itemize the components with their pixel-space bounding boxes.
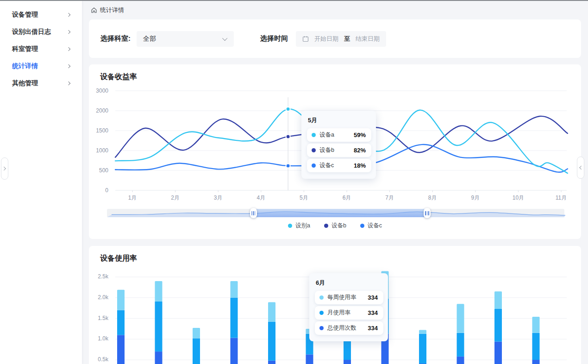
chevron-right-icon: [2, 167, 6, 170]
breadcrumb[interactable]: 统计详情: [82, 1, 588, 19]
tooltip-series-value: 82%: [354, 147, 366, 154]
y-axis-label: 2.0k: [90, 294, 108, 301]
legend-label: 设备c: [368, 222, 382, 230]
datazoom-selected-range[interactable]: [253, 209, 427, 217]
tooltip-row: 设备b82%: [307, 144, 371, 157]
tooltip-series-name: 每周使用率: [327, 294, 357, 301]
tooltip-series-value: 334: [368, 309, 378, 316]
legend-item[interactable]: 设备c: [360, 222, 382, 230]
tooltip-series-value: 59%: [354, 132, 366, 138]
tooltip-row: 设备a59%: [307, 128, 371, 142]
calendar-icon: [302, 36, 309, 42]
usage-tooltip: 6月每周使用率334月使用率334总使用次数334: [309, 273, 388, 341]
chevron-right-icon: [67, 81, 70, 85]
x-axis-label: 11月: [552, 194, 570, 202]
revenue-tooltip: 5月设备a59%设备b82%设备c18%: [301, 111, 376, 179]
x-axis-label: 1月: [123, 194, 142, 202]
chevron-right-icon: [67, 30, 70, 33]
home-icon: [91, 7, 97, 13]
series-dot-icon: [312, 163, 316, 168]
sidebar-item-3[interactable]: 统计详情: [0, 57, 82, 75]
date-range-picker[interactable]: 开始日期 至 结束日期: [296, 31, 386, 47]
y-axis-label: 2000: [90, 107, 108, 114]
tooltip-series-name: 设备c: [319, 162, 334, 169]
chevron-right-icon: [67, 47, 70, 50]
series-dot-icon: [319, 326, 324, 330]
legend-label: 设别a: [295, 222, 310, 230]
tooltip-series-name: 设备b: [319, 146, 334, 154]
breadcrumb-label: 统计详情: [100, 6, 124, 14]
revenue-chart-legend: 设别a设备b设备c: [89, 222, 581, 230]
dept-filter-label: 选择科室:: [100, 34, 131, 43]
tooltip-row: 月使用率334: [315, 306, 383, 320]
chevron-left-icon: [579, 166, 583, 169]
series-dot-icon: [319, 311, 324, 315]
x-axis-label: 7月: [381, 194, 399, 202]
sidebar-item-1[interactable]: 设别出借日志: [0, 23, 82, 40]
sidebar-item-label: 设备管理: [12, 11, 38, 19]
revenue-chart-title: 设备收益率: [100, 72, 137, 82]
x-axis-label: 9月: [466, 194, 485, 202]
datazoom-slider[interactable]: [107, 209, 564, 217]
sidebar-item-label: 其他管理: [12, 79, 38, 88]
y-axis-label: 0: [90, 187, 108, 194]
x-axis-label: 10月: [509, 194, 527, 202]
y-axis-label: 1000: [90, 147, 108, 154]
y-axis-label: 1.5k: [90, 315, 108, 321]
time-filter-label: 选择时间: [260, 34, 288, 43]
legend-item[interactable]: 设别a: [288, 222, 310, 230]
y-axis-label: 500: [90, 167, 108, 174]
tooltip-title: 5月: [308, 116, 371, 125]
tooltip-series-value: 334: [368, 294, 378, 301]
sidebar-item-0[interactable]: 设备管理: [0, 6, 82, 23]
x-axis-label: 4月: [252, 194, 270, 202]
x-axis-label: 6月: [338, 194, 356, 202]
y-axis-label: 1500: [90, 127, 108, 134]
usage-chart-title: 设备使用率: [100, 254, 137, 264]
datazoom-left-handle[interactable]: [250, 208, 257, 218]
x-axis-label: 8月: [423, 194, 442, 202]
legend-dot-icon: [360, 224, 364, 228]
y-axis-label: 1.0k: [90, 335, 108, 342]
tooltip-series-name: 月使用率: [327, 309, 350, 317]
x-axis-label: 5月: [294, 194, 313, 202]
sidebar-item-2[interactable]: 科室管理: [0, 40, 82, 57]
y-axis-label: 2.5k: [90, 273, 108, 280]
chevron-down-icon: [222, 35, 227, 40]
window-top-edge: [0, 0, 588, 1]
series-dot-icon: [312, 148, 316, 152]
tooltip-row: 总使用次数334: [315, 321, 383, 335]
series-dot-icon: [312, 133, 316, 137]
start-date-input[interactable]: 开始日期: [314, 35, 338, 43]
legend-dot-icon: [288, 224, 292, 228]
tooltip-title: 6月: [316, 279, 383, 287]
datazoom-right-handle[interactable]: [424, 208, 431, 218]
sidebar-item-label: 设别出借日志: [12, 28, 51, 36]
x-axis-label: 3月: [209, 194, 227, 202]
tooltip-series-value: 18%: [354, 162, 366, 169]
chevron-right-icon: [67, 13, 70, 16]
legend-label: 设备b: [332, 222, 346, 230]
sidebar-item-label: 科室管理: [12, 45, 38, 53]
end-date-input[interactable]: 结束日期: [356, 35, 380, 43]
filter-card: 选择科室: 全部 选择时间 开始日期 至 结束日期: [89, 19, 581, 58]
sidebar: 设备管理设别出借日志科室管理统计详情其他管理: [0, 1, 82, 364]
tooltip-series-name: 设备a: [319, 131, 334, 139]
x-axis-label: 2月: [166, 194, 185, 202]
date-separator: 至: [344, 35, 350, 43]
tooltip-series-name: 总使用次数: [327, 324, 357, 332]
series-dot-icon: [319, 295, 324, 300]
tooltip-series-value: 334: [368, 325, 378, 332]
expand-left-panel-button[interactable]: [1, 157, 8, 180]
dept-select[interactable]: 全部: [137, 31, 234, 47]
y-axis-label: 0.5k: [90, 356, 108, 363]
legend-dot-icon: [324, 224, 328, 228]
dept-select-value: 全部: [143, 35, 156, 43]
tooltip-row: 设备c18%: [307, 159, 371, 172]
collapse-right-panel-button[interactable]: [577, 157, 584, 179]
chevron-right-icon: [67, 64, 70, 68]
sidebar-item-label: 统计详情: [12, 62, 38, 70]
legend-item[interactable]: 设备b: [324, 222, 346, 230]
sidebar-item-4[interactable]: 其他管理: [0, 75, 82, 92]
y-axis-label: 3000: [90, 88, 108, 94]
